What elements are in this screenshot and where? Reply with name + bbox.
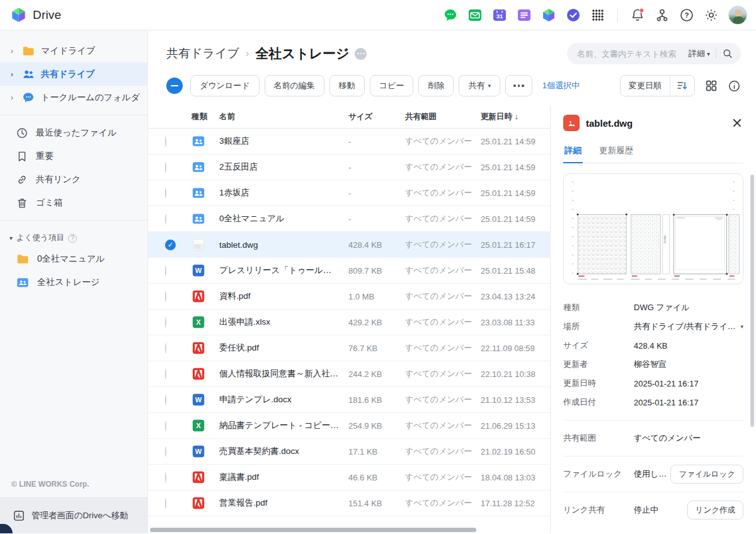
row-checkbox[interactable] [165, 395, 166, 405]
board-icon[interactable] [517, 8, 532, 23]
caret-down-icon[interactable]: ▾ [740, 323, 743, 330]
horizontal-scrollbar[interactable] [150, 528, 476, 532]
download-button[interactable]: ダウンロード [190, 75, 260, 96]
tab-history[interactable]: 更新履歴 [598, 141, 634, 163]
table-row[interactable]: W X 売買基本契約書.docx 17.1 KB すべてのメンバー 21.02.… [148, 439, 550, 465]
share-button[interactable]: 共有 ▾ [459, 75, 500, 96]
settings-gear-icon[interactable] [704, 8, 719, 23]
drive-cube-icon [10, 6, 27, 23]
table-row[interactable]: W X 申請テンプレ.docx 181.6 KB すべてのメンバー 21.10.… [148, 387, 550, 413]
panel-tabs: 詳細 更新履歴 [563, 141, 743, 163]
meta-value: 柳谷智宣 [634, 359, 667, 370]
drive-app-icon[interactable] [541, 8, 556, 23]
breadcrumb-more-menu[interactable] [355, 48, 367, 60]
row-checkbox[interactable] [165, 317, 166, 328]
sidebar-item-recent-files[interactable]: 最近使ったファイル [0, 121, 147, 144]
move-button[interactable]: 移動 [329, 75, 365, 96]
header-updated[interactable]: 更新日時 ↓ [481, 112, 546, 122]
favorite-item-manual-folder[interactable]: 0全社マニュアル [0, 247, 147, 270]
row-checkbox[interactable] [165, 214, 166, 224]
task-icon[interactable] [566, 8, 581, 23]
row-checkbox[interactable] [165, 421, 166, 431]
sort-desc-icon [677, 80, 688, 91]
search-input[interactable] [577, 49, 689, 59]
table-row[interactable]: W X 営業報告.pdf 151.4 KB すべてのメンバー 17.11.28 … [148, 490, 550, 516]
row-checkbox[interactable] [165, 162, 166, 173]
table-row[interactable]: W X プレスリリース「トゥールビヨン... 809.7 KB すべてのメンバー… [148, 258, 550, 284]
chevron-right-icon[interactable]: › [8, 70, 16, 79]
table-row[interactable]: W X 個人情報取扱同意書～新入社員.pdf 244.2 KB すべてのメンバー… [148, 361, 550, 387]
sort-order-button[interactable]: 変更日順 [621, 80, 670, 91]
create-link-button[interactable]: リンク作成 [687, 501, 743, 519]
search-box[interactable]: 詳細 ▾ [567, 43, 741, 64]
panel-scrollbar[interactable] [750, 175, 754, 427]
app-logo[interactable]: Drive [10, 6, 61, 23]
caret-down-icon: ▾ [488, 83, 491, 89]
row-checkbox[interactable] [165, 498, 166, 509]
table-row[interactable]: W X 委任状.pdf 76.7 KB すべてのメンバー 22.11.09 08… [148, 335, 550, 361]
meta-value: 停止中 [634, 504, 658, 516]
table-row[interactable]: W X tablet.dwg 428.4 KB すべてのメンバー 25.01.2… [148, 232, 550, 258]
notifications-bell-icon[interactable] [630, 8, 645, 23]
row-checkbox[interactable] [165, 265, 166, 276]
mail-icon[interactable] [467, 8, 483, 23]
row-checkbox[interactable] [165, 136, 166, 147]
help-icon[interactable]: ? [679, 8, 694, 23]
sidebar-item-talkroom-folders[interactable]: › トークルームのフォルダ [0, 86, 147, 109]
row-checkbox[interactable] [165, 188, 166, 199]
table-row[interactable]: W X 資料.pdf 1.0 MB すべてのメンバー 23.04.13 13:2… [148, 284, 550, 310]
search-detail-dropdown[interactable]: 詳細 ▾ [689, 48, 710, 59]
sidebar-item-trash[interactable]: ゴミ箱 [0, 191, 147, 214]
table-row[interactable]: W X 出張申請.xlsx 429.2 KB すべてのメンバー 23.03.08… [148, 310, 550, 335]
row-checkbox[interactable] [165, 369, 166, 380]
deselect-all-button[interactable] [166, 78, 183, 94]
header-size[interactable]: サイズ [348, 112, 405, 122]
help-tooltip-icon[interactable]: ? [68, 234, 77, 243]
favorites-header[interactable]: ▾ よく使う項目 ? [0, 226, 147, 247]
app-title: Drive [33, 8, 61, 22]
table-row[interactable]: W X 3銀座店 - すべてのメンバー 25.01.21 14:59 [148, 129, 550, 154]
table-row[interactable]: W X 稟議書.pdf 46.6 KB すべてのメンバー 18.04.08 13… [148, 465, 550, 490]
admin-drive-link[interactable]: 管理者画面のDriveへ移動 [0, 497, 147, 533]
sidebar-item-shared-links[interactable]: 共有リンク [0, 168, 147, 191]
breadcrumb-parent[interactable]: 共有ドライブ [166, 45, 239, 62]
sidebar-item-my-drive[interactable]: › マイドライブ [0, 39, 147, 62]
meta-value-location[interactable]: 共有ドライブ/共有ドライブ/... [634, 321, 736, 332]
file-size: - [348, 189, 405, 198]
breadcrumb-current[interactable]: 全社ストレージ [255, 45, 349, 62]
chevron-right-icon[interactable]: › [8, 93, 16, 102]
table-row[interactable]: W X 2五反田店 - すべてのメンバー 25.01.21 14:59 [148, 154, 550, 180]
row-checkbox[interactable] [165, 472, 166, 483]
more-actions-button[interactable] [505, 75, 532, 96]
row-checkbox[interactable] [165, 240, 176, 250]
header-scope[interactable]: 共有範囲 [405, 112, 481, 122]
app-launcher-icon[interactable] [590, 8, 605, 23]
favorite-item-company-storage[interactable]: 全社ストレージ [0, 270, 147, 294]
copy-button[interactable]: コピー [370, 75, 414, 96]
header-name[interactable]: 名前 [219, 112, 348, 122]
row-checkbox[interactable] [165, 291, 166, 302]
table-row[interactable]: W X 0全社マニュアル - すべてのメンバー 25.01.21 14:59 [148, 206, 550, 232]
row-checkbox[interactable] [165, 446, 166, 457]
search-icon[interactable] [722, 48, 733, 59]
calendar-icon[interactable]: 31 [492, 8, 507, 23]
chevron-right-icon[interactable]: › [8, 47, 16, 55]
file-preview[interactable]: ZOOM [563, 173, 743, 284]
close-icon[interactable] [731, 117, 743, 129]
sort-direction-button[interactable] [670, 80, 694, 91]
header-type[interactable]: 種類 [192, 112, 219, 122]
rename-button[interactable]: 名前の編集 [265, 75, 324, 96]
tab-detail[interactable]: 詳細 [563, 141, 583, 163]
user-avatar[interactable] [728, 6, 747, 25]
row-checkbox[interactable] [165, 343, 166, 354]
file-lock-button[interactable]: ファイルロック [670, 465, 743, 484]
org-chart-icon[interactable] [655, 8, 670, 23]
delete-button[interactable]: 削除 [418, 75, 454, 96]
sidebar-item-shared-drive[interactable]: › 共有ドライブ [0, 62, 147, 86]
table-row[interactable]: W X 納品書テンプレート - コピー.xlsx 254.9 KB すべてのメン… [148, 413, 550, 439]
table-row[interactable]: W X 1赤坂店 - すべてのメンバー 25.01.21 14:59 [148, 180, 550, 206]
grid-view-button[interactable] [704, 79, 718, 93]
info-panel-button[interactable] [728, 79, 741, 93]
talk-icon[interactable] [443, 8, 458, 23]
sidebar-item-important[interactable]: 重要 [0, 144, 147, 168]
